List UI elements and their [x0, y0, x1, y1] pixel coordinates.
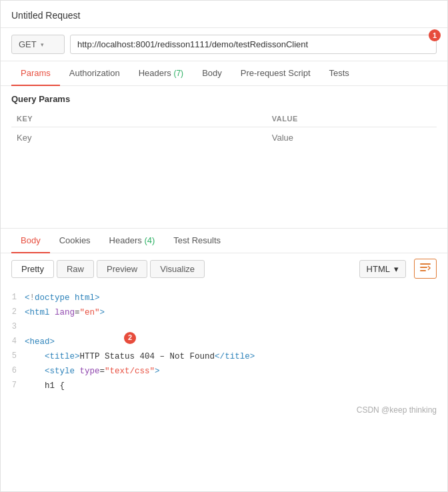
format-chevron-icon: ▾ [394, 264, 399, 274]
svg-rect-1 [420, 267, 427, 268]
code-content-6: <style type="text/css"> [25, 365, 160, 378]
method-select[interactable]: GET ▾ [11, 35, 65, 54]
params-table: KEY VALUE [11, 111, 437, 148]
url-input[interactable] [70, 35, 437, 54]
url-bar: GET ▾ 1 [1, 28, 447, 61]
svg-rect-2 [420, 270, 426, 271]
resp-tab-body[interactable]: Body [11, 229, 50, 253]
code-content-4: <head> [25, 335, 55, 349]
request-title: Untitled Request [11, 10, 81, 21]
line-num-7: 7 [1, 379, 25, 392]
resp-tab-cookies[interactable]: Cookies [50, 229, 100, 253]
code-content-1: <!doctype html> [25, 291, 100, 305]
wrap-button[interactable] [414, 259, 437, 279]
tab-authorization[interactable]: Authorization [60, 61, 129, 86]
chevron-down-icon: ▾ [41, 41, 44, 48]
subtab-pretty[interactable]: Pretty [11, 260, 54, 278]
code-area: 1 <!doctype html> 2 <html lang="en"> 3 4 [1, 284, 447, 400]
resp-headers-badge: (4) [144, 235, 155, 245]
subtab-raw[interactable]: Raw [57, 260, 94, 278]
tab-body[interactable]: Body [193, 61, 231, 86]
line-num-3: 3 [1, 321, 25, 333]
tab-pre-request-script[interactable]: Pre-request Script [231, 61, 320, 86]
line-num-1: 1 [1, 291, 25, 304]
code-content-2: <html lang="en"> [25, 306, 105, 319]
format-select[interactable]: HTML ▾ [359, 260, 406, 278]
line-num-5: 5 [1, 350, 25, 363]
col-header-value: VALUE [267, 111, 437, 127]
params-section: Query Params KEY VALUE [1, 86, 447, 148]
code-content-3 [25, 321, 30, 334]
resp-tab-headers[interactable]: Headers (4) [100, 229, 165, 253]
subtab-visualize[interactable]: Visualize [150, 260, 205, 278]
response-sub-tabs: Pretty Raw Preview Visualize HTML ▾ [1, 253, 447, 284]
url-section: 1 [70, 35, 437, 54]
code-line-2: 2 <html lang="en"> [1, 305, 447, 320]
response-badge: 2 [124, 332, 136, 344]
line-num-2: 2 [1, 306, 25, 319]
url-badge: 1 [429, 29, 441, 41]
code-line-1: 1 <!doctype html> [1, 291, 447, 305]
request-tabs: Params Authorization Headers (7) Body Pr… [1, 61, 447, 86]
code-line-7: 7 h1 { [1, 379, 447, 393]
col-header-key: KEY [11, 111, 267, 127]
line-num-6: 6 [1, 365, 25, 377]
code-content-7: h1 { [25, 379, 65, 393]
code-line-6: 6 <style type="text/css"> [1, 364, 447, 379]
method-label: GET [19, 39, 37, 49]
response-section: Body Cookies Headers (4) Test Results Pr… [1, 229, 447, 420]
response-tabs: Body Cookies Headers (4) Test Results [1, 229, 447, 253]
app-container: Untitled Request GET ▾ 1 Params Authoriz… [0, 0, 448, 492]
line-num-4: 4 [1, 335, 25, 348]
query-params-title: Query Params [11, 94, 437, 104]
value-input[interactable] [272, 133, 431, 143]
code-content-5: <title>HTTP Status 404 – Not Found</titl… [25, 350, 255, 363]
code-line-3: 3 [1, 320, 447, 335]
watermark: CSDN @keep thinking [1, 400, 447, 420]
subtab-preview[interactable]: Preview [97, 260, 147, 278]
title-bar: Untitled Request [1, 1, 447, 28]
empty-area [1, 148, 447, 228]
svg-rect-0 [420, 263, 431, 265]
url-wrapper: 1 [70, 35, 437, 54]
format-label: HTML [367, 264, 390, 274]
headers-badge: (7) [173, 69, 183, 78]
code-line-5: 5 <title>HTTP Status 404 – Not Found</ti… [1, 349, 447, 364]
code-line-4: 4 <head> 2 [1, 335, 447, 349]
tab-params[interactable]: Params [11, 61, 60, 86]
tab-headers[interactable]: Headers (7) [129, 61, 193, 86]
tab-tests[interactable]: Tests [320, 61, 359, 86]
resp-tab-test-results[interactable]: Test Results [164, 229, 230, 253]
wrap-icon [419, 262, 431, 275]
table-row [11, 127, 437, 149]
key-input[interactable] [17, 133, 261, 143]
